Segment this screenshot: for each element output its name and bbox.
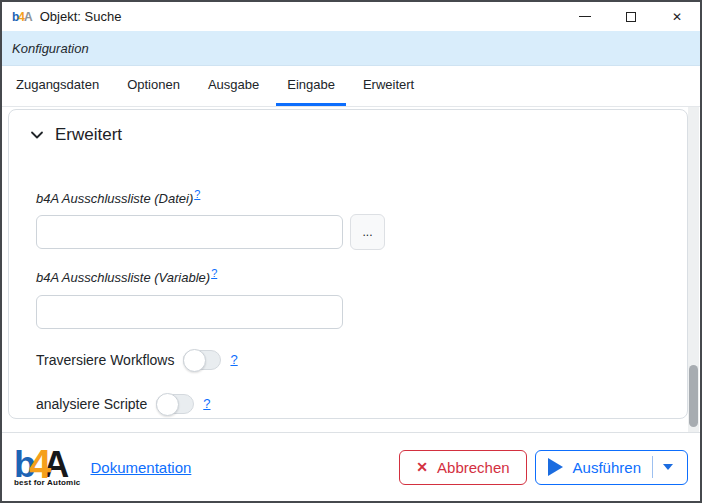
tab-optionen[interactable]: Optionen bbox=[116, 66, 191, 106]
field-label: b4A Ausschlussliste (Variable)? bbox=[36, 267, 687, 285]
ausschlussliste-datei-input[interactable] bbox=[36, 215, 343, 249]
logo-letter-4: 4 bbox=[29, 447, 51, 481]
run-button[interactable]: Ausführen bbox=[535, 450, 688, 485]
play-icon bbox=[548, 458, 563, 476]
toggle-knob bbox=[183, 349, 206, 372]
dokumentation-link[interactable]: Dokumentation bbox=[90, 459, 191, 476]
titlebar: b4A Objekt: Suche ✕ bbox=[2, 2, 700, 31]
tab-content: Erweitert b4A Ausschlussliste (Datei)? .… bbox=[2, 107, 700, 433]
toggle-row-analysiere-scripte: analysiere Scripte ? bbox=[9, 394, 687, 414]
toggle-label: Traversiere Workflows bbox=[36, 352, 174, 368]
cancel-button-label: Abbrechen bbox=[437, 459, 510, 476]
tab-bar: Zugangsdaten Optionen Ausgabe Eingabe Er… bbox=[2, 66, 700, 107]
window-title: Objekt: Suche bbox=[40, 9, 122, 24]
tab-eingabe[interactable]: Eingabe bbox=[276, 66, 346, 106]
input-row bbox=[36, 295, 687, 329]
menubar: Konfiguration bbox=[2, 31, 700, 66]
window-controls: ✕ bbox=[562, 2, 700, 31]
vertical-scrollbar[interactable] bbox=[688, 107, 699, 432]
b4a-logo: b4A best for Automic bbox=[14, 447, 80, 487]
cancel-button[interactable]: ✕ Abbrechen bbox=[399, 450, 526, 485]
toggle-knob bbox=[156, 393, 179, 416]
chevron-down-icon bbox=[30, 128, 44, 142]
run-options-dropdown[interactable] bbox=[663, 451, 677, 484]
field-label-text: b4A Ausschlussliste (Datei) bbox=[36, 191, 193, 206]
caret-down-icon bbox=[663, 464, 673, 470]
logo-letter-a: A bbox=[24, 10, 32, 24]
toggle-row-traversiere-workflows: Traversiere Workflows ? bbox=[9, 350, 687, 370]
help-link[interactable]: ? bbox=[194, 188, 200, 200]
content-panel: Erweitert b4A Ausschlussliste (Datei)? .… bbox=[8, 109, 688, 419]
footer: b4A best for Automic Dokumentation ✕ Abb… bbox=[2, 433, 700, 501]
section-header-erweitert[interactable]: Erweitert bbox=[9, 110, 687, 145]
menu-item-konfiguration[interactable]: Konfiguration bbox=[12, 41, 89, 56]
close-button[interactable]: ✕ bbox=[654, 2, 700, 31]
input-row: ... bbox=[36, 215, 687, 250]
run-button-label: Ausführen bbox=[573, 459, 641, 476]
field-ausschlussliste-datei: b4A Ausschlussliste (Datei)? ... bbox=[9, 188, 687, 250]
b4a-logo-letters: b4A bbox=[14, 447, 80, 481]
field-label-text: b4A Ausschlussliste (Variable) bbox=[36, 271, 210, 286]
scrollbar-thumb[interactable] bbox=[689, 365, 698, 427]
toggle-label: analysiere Scripte bbox=[36, 396, 147, 412]
ausschlussliste-variable-input[interactable] bbox=[36, 295, 343, 329]
minimize-button[interactable] bbox=[562, 2, 608, 31]
field-ausschlussliste-variable: b4A Ausschlussliste (Variable)? bbox=[9, 267, 687, 328]
tab-ausgabe[interactable]: Ausgabe bbox=[197, 66, 270, 106]
tab-zugangsdaten[interactable]: Zugangsdaten bbox=[5, 66, 110, 106]
tab-erweitert[interactable]: Erweitert bbox=[352, 66, 425, 106]
split-button-divider bbox=[652, 456, 653, 478]
app-logo-icon: b4A bbox=[12, 11, 32, 23]
analysiere-scripte-toggle[interactable] bbox=[156, 394, 194, 414]
minimize-icon bbox=[579, 16, 591, 17]
dialog-window: b4A Objekt: Suche ✕ Konfiguration Zugang… bbox=[0, 0, 702, 503]
traversiere-workflows-toggle[interactable] bbox=[183, 350, 221, 370]
x-icon: ✕ bbox=[416, 459, 428, 475]
close-icon: ✕ bbox=[672, 11, 682, 23]
maximize-button[interactable] bbox=[608, 2, 654, 31]
help-link[interactable]: ? bbox=[230, 352, 237, 367]
help-link[interactable]: ? bbox=[211, 267, 217, 279]
field-label: b4A Ausschlussliste (Datei)? bbox=[36, 188, 687, 206]
maximize-icon bbox=[626, 12, 636, 22]
browse-button[interactable]: ... bbox=[350, 214, 385, 250]
help-link[interactable]: ? bbox=[203, 396, 210, 411]
section-title: Erweitert bbox=[55, 125, 122, 145]
